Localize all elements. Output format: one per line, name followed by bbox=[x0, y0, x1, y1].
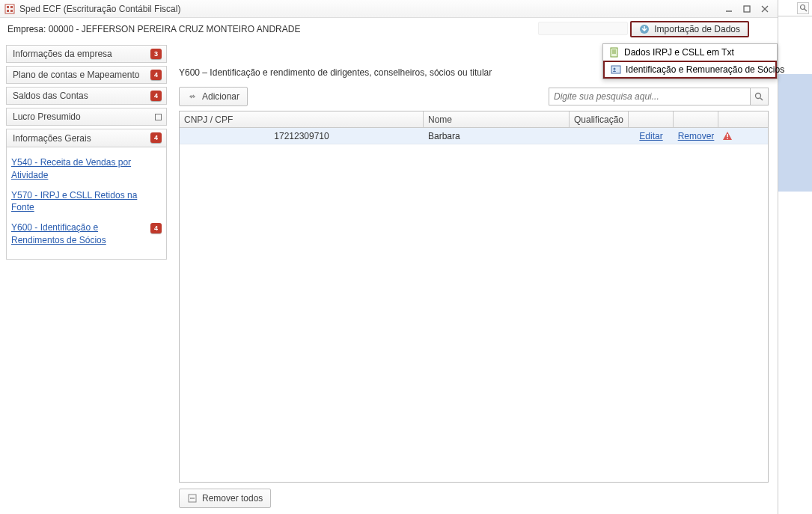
quick-search-button[interactable] bbox=[797, 2, 809, 14]
toolbar: Adicionar bbox=[179, 87, 769, 106]
person-id-icon bbox=[611, 64, 621, 75]
svg-point-22 bbox=[800, 5, 805, 10]
link-y570[interactable]: Y570 - IRPJ e CSLL Retidos na Fonte bbox=[11, 189, 147, 215]
menu-item-label: Identificação e Remuneração de Sócios bbox=[626, 64, 784, 75]
expand-icon bbox=[155, 114, 162, 120]
menu-item-label: Dados IRPJ e CSLL em Txt bbox=[624, 47, 734, 58]
link-icon bbox=[187, 91, 198, 102]
search-input[interactable] bbox=[549, 88, 751, 105]
remove-all-button[interactable]: Remover todos bbox=[179, 489, 271, 508]
window-title: Sped ECF (Escrituração Contábil Fiscal) bbox=[19, 4, 180, 14]
count-badge: 4 bbox=[150, 91, 162, 101]
import-data-button[interactable]: Importação de Dados bbox=[630, 21, 749, 37]
col-cnpj[interactable]: CNPJ / CPF bbox=[180, 111, 424, 127]
menu-item-identificacao[interactable]: Identificação e Remuneração de Sócios bbox=[603, 61, 777, 79]
side-accent bbox=[778, 74, 812, 192]
app-window: Sped ECF (Escrituração Contábil Fiscal) … bbox=[0, 0, 778, 514]
count-badge: 4 bbox=[150, 132, 162, 143]
svg-rect-4 bbox=[10, 10, 13, 12]
svg-line-17 bbox=[760, 98, 763, 100]
cell-nome: Barbara bbox=[424, 131, 570, 141]
remove-all-label: Remover todos bbox=[202, 493, 263, 504]
data-table: CNPJ / CPF Nome Qualificação 17212309710… bbox=[179, 111, 769, 483]
svg-rect-1 bbox=[7, 6, 9, 8]
count-badge: 3 bbox=[150, 49, 162, 59]
import-label: Importação de Dados bbox=[654, 24, 740, 34]
add-label: Adicionar bbox=[202, 91, 239, 102]
svg-rect-6 bbox=[744, 6, 750, 12]
footer: Remover todos bbox=[179, 489, 769, 508]
search-button[interactable] bbox=[751, 88, 769, 105]
col-qualificacao[interactable]: Qualificação bbox=[570, 111, 629, 127]
panel-label: Informações da empresa bbox=[13, 49, 112, 59]
minus-square-icon bbox=[187, 493, 198, 504]
table-header: CNPJ / CPF Nome Qualificação bbox=[180, 111, 768, 128]
svg-rect-2 bbox=[10, 6, 13, 8]
svg-rect-0 bbox=[5, 4, 14, 13]
col-edit bbox=[629, 111, 674, 127]
col-warn bbox=[718, 111, 736, 127]
col-remove bbox=[674, 111, 718, 127]
svg-rect-10 bbox=[611, 48, 617, 57]
main-content: Y600 – Identificação e rendimento de dir… bbox=[173, 40, 778, 514]
edit-link[interactable]: Editar bbox=[639, 131, 662, 141]
panel-informacoes-empresa[interactable]: Informações da empresa 3 bbox=[6, 45, 167, 63]
panel-label: Informações Gerais bbox=[13, 133, 91, 144]
table-row[interactable]: 17212309710 Barbara Editar Remover bbox=[180, 128, 768, 144]
panel-label: Lucro Presumido bbox=[13, 111, 81, 122]
svg-rect-19 bbox=[727, 138, 728, 139]
obscured-field bbox=[538, 22, 628, 35]
svg-rect-3 bbox=[7, 10, 9, 12]
add-button[interactable]: Adicionar bbox=[179, 87, 248, 106]
close-button[interactable] bbox=[757, 2, 773, 16]
svg-point-15 bbox=[614, 68, 616, 70]
link-y540[interactable]: Y540 - Receita de Vendas por Atividade bbox=[11, 156, 147, 182]
panel-informacoes-gerais[interactable]: Informações Gerais 4 bbox=[6, 129, 167, 147]
panel-plano-contas[interactable]: Plano de contas e Mapeamento 4 bbox=[6, 66, 167, 84]
right-strip bbox=[778, 0, 812, 90]
sidebar: Informações da empresa 3 Plano de contas… bbox=[0, 40, 173, 514]
panel-label: Plano de contas e Mapeamento bbox=[13, 70, 139, 80]
maximize-button[interactable] bbox=[739, 2, 755, 16]
search bbox=[549, 88, 769, 105]
remove-link[interactable]: Remover bbox=[678, 131, 715, 141]
panel-lucro-presumido[interactable]: Lucro Presumido bbox=[6, 108, 167, 126]
panel-saldos-contas[interactable]: Saldos das Contas 4 bbox=[6, 87, 167, 105]
app-icon bbox=[4, 4, 15, 14]
search-icon bbox=[754, 92, 764, 102]
menu-item-dados-irpj[interactable]: Dados IRPJ e CSLL em Txt bbox=[603, 44, 777, 61]
minimize-button[interactable] bbox=[721, 2, 737, 16]
header: Empresa: 00000 - JEFFERSON PEREIRA CRUZ … bbox=[0, 18, 778, 40]
titlebar: Sped ECF (Escrituração Contábil Fiscal) bbox=[0, 0, 778, 18]
svg-point-16 bbox=[756, 93, 761, 98]
panel-informacoes-gerais-content: Y540 - Receita de Vendas por Atividade Y… bbox=[6, 147, 167, 260]
link-y600[interactable]: Y600 - Identificação e Rendimentos de Só… bbox=[11, 221, 147, 247]
file-text-icon bbox=[609, 47, 620, 58]
download-icon bbox=[639, 24, 650, 34]
panel-label: Saldos das Contas bbox=[13, 91, 88, 101]
warning-icon[interactable] bbox=[722, 131, 733, 141]
count-badge: 4 bbox=[150, 70, 162, 80]
svg-rect-14 bbox=[611, 66, 620, 73]
search-icon bbox=[799, 4, 808, 12]
count-badge: 4 bbox=[150, 223, 162, 233]
col-nome[interactable]: Nome bbox=[424, 111, 570, 127]
cell-cnpj: 17212309710 bbox=[180, 131, 424, 141]
import-dropdown: Dados IRPJ e CSLL em Txt Identificação e… bbox=[602, 43, 778, 79]
svg-line-23 bbox=[805, 9, 807, 11]
company-label: Empresa: 00000 - JEFFERSON PEREIRA CRUZ … bbox=[7, 24, 300, 34]
svg-rect-18 bbox=[727, 134, 728, 137]
